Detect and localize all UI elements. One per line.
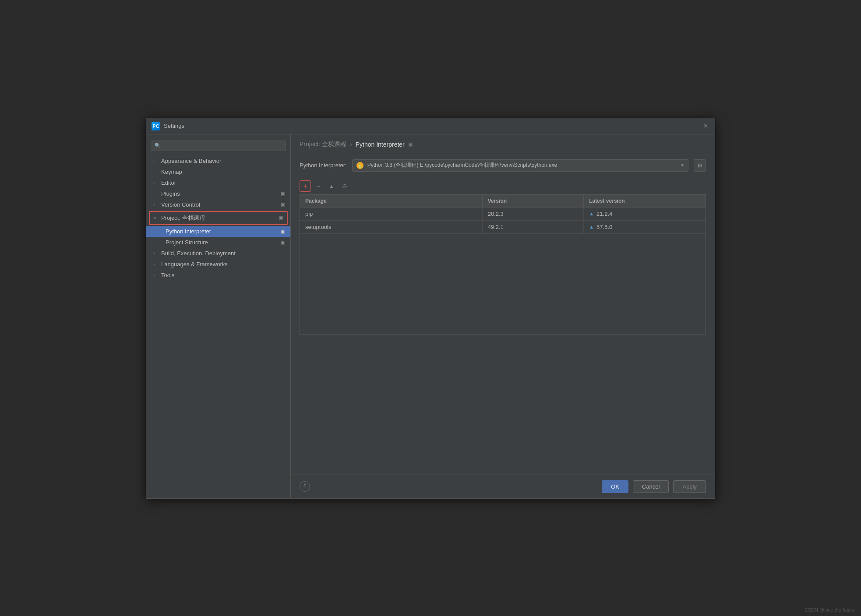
watermark: CSDN @love the future — [805, 607, 855, 612]
ok-button[interactable]: OK — [602, 480, 628, 493]
upgrade-package-button[interactable]: ▲ — [326, 180, 337, 192]
interpreter-row: Python Interpreter: 🐍 Python 3.8 (全栈课程) … — [291, 153, 715, 178]
sidebar-item-label-plugins: Plugins — [161, 190, 180, 197]
plugins-icon: ▣ — [281, 191, 285, 197]
breadcrumb-parent: Project: 全栈课程 — [300, 141, 346, 148]
packages-table: Package Version Latest version pip 20.2.… — [300, 194, 706, 335]
table-header: Package Version Latest version — [300, 195, 706, 208]
sidebar-item-project-structure[interactable]: Project Structure ▣ — [146, 237, 290, 248]
sidebar-item-keymap[interactable]: › Keymap — [146, 166, 290, 177]
upgrade-arrow-setuptools: ▲ — [589, 224, 594, 229]
toolbar-row: + − ▲ ⊙ — [291, 178, 715, 194]
expand-arrow-appearance: › — [153, 158, 159, 163]
breadcrumb-current: Python Interpreter — [356, 141, 405, 148]
col-header-latest: Latest version — [584, 195, 706, 207]
td-version-setuptools: 49.2.1 — [483, 221, 584, 233]
app-icon: PC — [152, 122, 160, 130]
sidebar: 🔍 › Appearance & Behavior › Keymap › Edi… — [146, 134, 291, 498]
title-bar: PC Settings × — [146, 118, 715, 134]
cancel-button[interactable]: Cancel — [633, 480, 669, 493]
latest-version-setuptools: 57.5.0 — [596, 224, 612, 230]
vc-icon: ▣ — [281, 202, 285, 208]
table-row[interactable]: pip 20.2.3 ▲ 21.2.4 — [300, 208, 706, 221]
footer-left: ? — [300, 481, 310, 492]
sidebar-item-build[interactable]: › Build, Execution, Deployment — [146, 248, 290, 259]
project-icon: ▣ — [279, 215, 283, 221]
settings-dialog: PC Settings × 🔍 › Appearance & Behavior … — [146, 118, 715, 499]
interpreter-label: Python Interpreter: — [300, 162, 347, 169]
breadcrumb-icon: ▣ — [408, 141, 413, 147]
sidebar-item-label-appearance: Appearance & Behavior — [161, 158, 221, 164]
gear-button[interactable]: ⚙ — [694, 159, 706, 172]
sidebar-item-appearance[interactable]: › Appearance & Behavior — [146, 155, 290, 166]
expand-arrow-tools: › — [153, 273, 159, 278]
footer-right: OK Cancel Apply — [602, 480, 706, 493]
sidebar-item-label-tools: Tools — [161, 272, 174, 278]
dialog-footer: ? OK Cancel Apply — [291, 475, 715, 498]
search-input[interactable] — [163, 143, 282, 149]
expand-arrow-build: › — [153, 251, 159, 256]
project-structure-icon: ▣ — [281, 239, 285, 245]
breadcrumb: Project: 全栈课程 › Python Interpreter ▣ — [291, 134, 715, 153]
sidebar-item-label-languages: Languages & Frameworks — [161, 261, 228, 268]
content-spacer — [291, 335, 715, 475]
python-interpreter-icon: ▣ — [281, 229, 285, 234]
expand-arrow-vc: › — [153, 202, 159, 207]
search-box[interactable]: 🔍 — [151, 141, 286, 151]
td-package-setuptools: setuptools — [300, 221, 483, 233]
remove-package-button[interactable]: − — [313, 180, 324, 192]
expand-arrow-languages: › — [153, 262, 159, 267]
breadcrumb-separator: › — [350, 141, 352, 148]
dialog-title: Settings — [164, 123, 184, 129]
sidebar-item-label-vc: Version Control — [161, 201, 200, 208]
table-body: pip 20.2.3 ▲ 21.2.4 setuptools 49.2.1 ▲ … — [300, 208, 706, 334]
td-package-pip: pip — [300, 208, 483, 220]
show-package-button[interactable]: ⊙ — [339, 180, 350, 192]
python-icon: 🐍 — [356, 162, 364, 169]
dropdown-arrow-icon: ▼ — [680, 163, 685, 168]
sidebar-item-version-control[interactable]: › Version Control ▣ — [146, 199, 290, 210]
search-icon: 🔍 — [155, 143, 161, 148]
td-latest-pip: ▲ 21.2.4 — [584, 208, 706, 220]
sidebar-item-label-keymap: Keymap — [161, 169, 182, 175]
upgrade-arrow-pip: ▲ — [589, 211, 594, 216]
latest-version-pip: 21.2.4 — [596, 211, 612, 217]
add-package-button[interactable]: + — [300, 180, 311, 192]
table-row[interactable]: setuptools 49.2.1 ▲ 57.5.0 — [300, 221, 706, 234]
svg-text:🐍: 🐍 — [357, 163, 363, 169]
title-bar-left: PC Settings — [152, 122, 184, 130]
sidebar-item-python-interpreter[interactable]: Python Interpreter ▣ — [146, 226, 290, 237]
sidebar-item-label-editor: Editor — [161, 180, 176, 186]
sidebar-item-project[interactable]: ∨ Project: 全栈课程 ▣ — [149, 211, 288, 225]
sidebar-item-plugins[interactable]: › Plugins ▣ — [146, 188, 290, 199]
col-header-package: Package — [300, 195, 483, 207]
sidebar-item-label-project: Project: 全栈课程 — [161, 214, 205, 222]
interpreter-value: Python 3.8 (全栈课程) E:\pycode\pycharmCode\… — [367, 162, 677, 169]
close-button[interactable]: × — [702, 122, 709, 130]
sidebar-item-languages[interactable]: › Languages & Frameworks — [146, 259, 290, 270]
main-content: Project: 全栈课程 › Python Interpreter ▣ Pyt… — [291, 134, 715, 498]
expand-arrow-project: ∨ — [153, 215, 159, 220]
expand-arrow-editor: › — [153, 180, 159, 185]
apply-button[interactable]: Apply — [673, 480, 706, 493]
sidebar-item-tools[interactable]: › Tools — [146, 270, 290, 281]
col-header-version: Version — [483, 195, 584, 207]
sidebar-item-label-project-structure: Project Structure — [166, 239, 208, 246]
td-latest-setuptools: ▲ 57.5.0 — [584, 221, 706, 233]
sidebar-item-label-build: Build, Execution, Deployment — [161, 250, 236, 257]
sidebar-item-label-python-interpreter: Python Interpreter — [166, 228, 211, 235]
dialog-body: 🔍 › Appearance & Behavior › Keymap › Edi… — [146, 134, 715, 498]
interpreter-dropdown[interactable]: 🐍 Python 3.8 (全栈课程) E:\pycode\pycharmCod… — [352, 159, 688, 172]
td-version-pip: 20.2.3 — [483, 208, 584, 220]
sidebar-item-editor[interactable]: › Editor — [146, 177, 290, 188]
help-button[interactable]: ? — [300, 481, 310, 492]
